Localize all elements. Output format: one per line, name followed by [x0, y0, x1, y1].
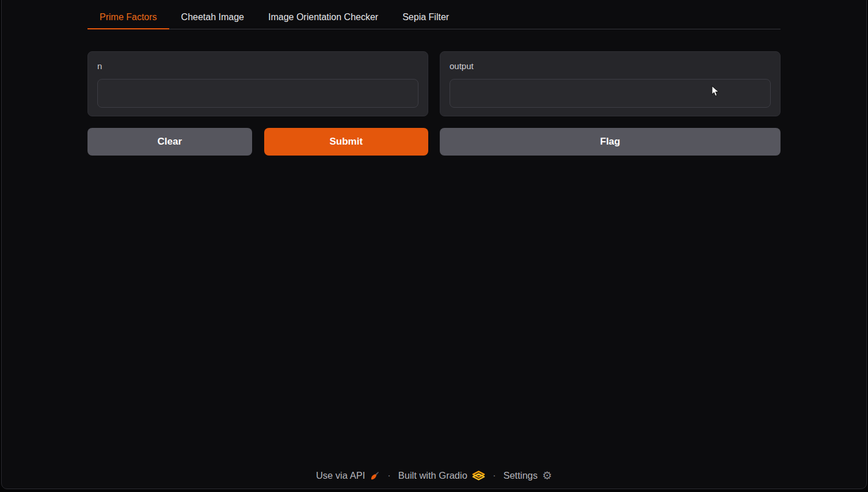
- use-via-api-link[interactable]: Use via API: [316, 470, 380, 481]
- settings-link[interactable]: Settings ⚙: [503, 470, 552, 481]
- built-with-gradio-link[interactable]: Built with Gradio: [398, 470, 485, 481]
- n-input[interactable]: [97, 79, 418, 108]
- clear-button[interactable]: Clear: [87, 128, 252, 156]
- use-via-api-label: Use via API: [316, 470, 365, 481]
- rocket-icon: [370, 471, 380, 481]
- output-panel: output: [440, 51, 781, 116]
- tab-image-orientation-checker[interactable]: Image Orientation Checker: [256, 6, 390, 29]
- tab-sepia-filter[interactable]: Sepia Filter: [390, 6, 461, 29]
- output-textbox[interactable]: [450, 79, 771, 108]
- input-label: n: [97, 60, 418, 74]
- footer-separator: ·: [385, 470, 393, 481]
- flag-button[interactable]: Flag: [440, 128, 781, 156]
- tab-prime-factors[interactable]: Prime Factors: [87, 6, 169, 29]
- input-panel: n: [87, 51, 428, 116]
- footer-separator: ·: [490, 470, 498, 481]
- output-label: output: [450, 60, 771, 74]
- tab-cheetah-image[interactable]: Cheetah Image: [169, 6, 256, 29]
- gradio-app: Prime Factors Cheetah Image Image Orient…: [87, 6, 781, 156]
- tab-bar: Prime Factors Cheetah Image Image Orient…: [87, 6, 781, 29]
- settings-label: Settings: [503, 470, 538, 481]
- gear-icon: ⚙: [542, 470, 552, 481]
- gradio-footer: Use via API · Built with Gradio · Settin…: [0, 470, 868, 481]
- submit-button[interactable]: Submit: [264, 128, 429, 156]
- tab-panel-prime-factors: n output Clear Submit Flag: [87, 51, 781, 156]
- built-with-gradio-label: Built with Gradio: [398, 470, 467, 481]
- gradio-logo-icon: [472, 470, 485, 481]
